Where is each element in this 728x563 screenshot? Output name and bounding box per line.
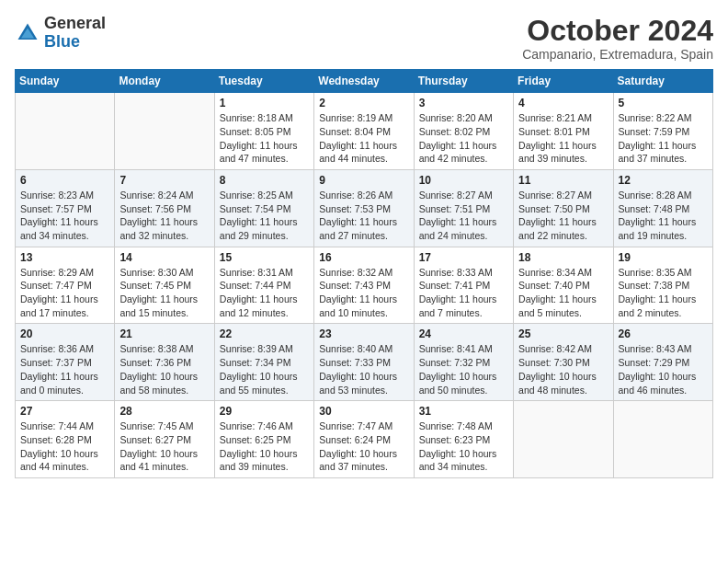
weekday-header: Wednesday xyxy=(314,70,414,93)
day-info: Sunrise: 8:33 AM Sunset: 7:41 PM Dayligh… xyxy=(419,266,508,320)
day-number: 3 xyxy=(419,97,508,109)
day-number: 11 xyxy=(518,174,608,187)
calendar-cell: 20Sunrise: 8:36 AM Sunset: 7:37 PM Dayli… xyxy=(16,324,115,401)
day-number: 7 xyxy=(119,174,209,187)
calendar-subtitle: Campanario, Extremadura, Spain xyxy=(522,47,713,62)
day-info: Sunrise: 8:19 AM Sunset: 8:04 PM Dayligh… xyxy=(319,111,408,166)
day-info: Sunrise: 8:32 AM Sunset: 7:43 PM Dayligh… xyxy=(319,266,408,320)
day-number: 23 xyxy=(319,327,408,340)
calendar-cell: 9Sunrise: 8:26 AM Sunset: 7:53 PM Daylig… xyxy=(314,169,414,247)
day-info: Sunrise: 7:45 AM Sunset: 6:27 PM Dayligh… xyxy=(119,419,209,474)
day-number: 2 xyxy=(319,97,408,109)
calendar-cell xyxy=(16,93,115,170)
day-info: Sunrise: 8:30 AM Sunset: 7:45 PM Dayligh… xyxy=(119,266,209,320)
day-number: 14 xyxy=(119,251,209,264)
day-info: Sunrise: 8:36 AM Sunset: 7:37 PM Dayligh… xyxy=(20,342,109,396)
day-number: 13 xyxy=(20,251,109,264)
calendar-cell: 7Sunrise: 8:24 AM Sunset: 7:56 PM Daylig… xyxy=(115,169,214,247)
day-number: 4 xyxy=(518,97,608,109)
calendar-cell: 10Sunrise: 8:27 AM Sunset: 7:51 PM Dayli… xyxy=(414,169,513,247)
calendar-table: SundayMondayTuesdayWednesdayThursdayFrid… xyxy=(15,69,713,478)
calendar-week-row: 1Sunrise: 8:18 AM Sunset: 8:05 PM Daylig… xyxy=(16,93,713,170)
calendar-week-row: 20Sunrise: 8:36 AM Sunset: 7:37 PM Dayli… xyxy=(16,324,713,401)
day-number: 22 xyxy=(220,327,309,340)
weekday-header: Thursday xyxy=(414,70,513,93)
logo: General Blue xyxy=(15,15,106,52)
day-number: 20 xyxy=(20,327,109,340)
day-info: Sunrise: 8:35 AM Sunset: 7:38 PM Dayligh… xyxy=(619,266,708,320)
day-info: Sunrise: 8:31 AM Sunset: 7:44 PM Dayligh… xyxy=(220,266,309,320)
day-number: 30 xyxy=(319,405,408,418)
logo-text: General Blue xyxy=(44,15,106,52)
calendar-cell: 25Sunrise: 8:42 AM Sunset: 7:30 PM Dayli… xyxy=(514,324,613,401)
calendar-cell: 15Sunrise: 8:31 AM Sunset: 7:44 PM Dayli… xyxy=(214,247,313,324)
calendar-cell: 19Sunrise: 8:35 AM Sunset: 7:38 PM Dayli… xyxy=(613,247,712,324)
day-number: 6 xyxy=(20,174,109,187)
weekday-header: Saturday xyxy=(613,70,712,93)
weekday-header: Tuesday xyxy=(214,70,313,93)
day-number: 31 xyxy=(419,405,508,418)
day-number: 26 xyxy=(619,327,708,340)
day-info: Sunrise: 8:25 AM Sunset: 7:54 PM Dayligh… xyxy=(220,189,309,243)
calendar-cell: 1Sunrise: 8:18 AM Sunset: 8:05 PM Daylig… xyxy=(214,93,313,170)
calendar-cell: 6Sunrise: 8:23 AM Sunset: 7:57 PM Daylig… xyxy=(16,169,115,247)
calendar-title: October 2024 xyxy=(522,15,713,47)
day-number: 29 xyxy=(220,405,309,418)
day-number: 24 xyxy=(419,327,508,340)
day-info: Sunrise: 7:46 AM Sunset: 6:25 PM Dayligh… xyxy=(220,419,309,474)
calendar-week-row: 13Sunrise: 8:29 AM Sunset: 7:47 PM Dayli… xyxy=(16,247,713,324)
day-number: 16 xyxy=(319,251,408,264)
calendar-cell xyxy=(613,401,712,478)
calendar-cell: 26Sunrise: 8:43 AM Sunset: 7:29 PM Dayli… xyxy=(613,324,712,401)
day-info: Sunrise: 8:38 AM Sunset: 7:36 PM Dayligh… xyxy=(119,342,209,396)
day-info: Sunrise: 7:44 AM Sunset: 6:28 PM Dayligh… xyxy=(20,419,109,474)
calendar-week-row: 6Sunrise: 8:23 AM Sunset: 7:57 PM Daylig… xyxy=(16,169,713,247)
day-info: Sunrise: 8:21 AM Sunset: 8:01 PM Dayligh… xyxy=(518,111,608,166)
calendar-cell: 29Sunrise: 7:46 AM Sunset: 6:25 PM Dayli… xyxy=(214,401,313,478)
day-number: 12 xyxy=(619,174,708,187)
weekday-header: Monday xyxy=(115,70,214,93)
day-info: Sunrise: 8:27 AM Sunset: 7:50 PM Dayligh… xyxy=(518,189,608,243)
calendar-cell: 5Sunrise: 8:22 AM Sunset: 7:59 PM Daylig… xyxy=(613,93,712,170)
day-info: Sunrise: 8:34 AM Sunset: 7:40 PM Dayligh… xyxy=(518,266,608,320)
day-info: Sunrise: 8:42 AM Sunset: 7:30 PM Dayligh… xyxy=(518,342,608,396)
day-number: 1 xyxy=(220,97,309,109)
day-number: 8 xyxy=(220,174,309,187)
calendar-cell: 30Sunrise: 7:47 AM Sunset: 6:24 PM Dayli… xyxy=(314,401,414,478)
day-info: Sunrise: 8:39 AM Sunset: 7:34 PM Dayligh… xyxy=(220,342,309,396)
day-info: Sunrise: 8:22 AM Sunset: 7:59 PM Dayligh… xyxy=(619,111,708,166)
calendar-cell: 14Sunrise: 8:30 AM Sunset: 7:45 PM Dayli… xyxy=(115,247,214,324)
day-info: Sunrise: 7:48 AM Sunset: 6:23 PM Dayligh… xyxy=(419,419,508,474)
calendar-cell: 4Sunrise: 8:21 AM Sunset: 8:01 PM Daylig… xyxy=(514,93,613,170)
day-number: 17 xyxy=(419,251,508,264)
calendar-cell: 12Sunrise: 8:28 AM Sunset: 7:48 PM Dayli… xyxy=(613,169,712,247)
calendar-cell: 27Sunrise: 7:44 AM Sunset: 6:28 PM Dayli… xyxy=(16,401,115,478)
calendar-cell: 21Sunrise: 8:38 AM Sunset: 7:36 PM Dayli… xyxy=(115,324,214,401)
calendar-cell: 16Sunrise: 8:32 AM Sunset: 7:43 PM Dayli… xyxy=(314,247,414,324)
day-info: Sunrise: 8:20 AM Sunset: 8:02 PM Dayligh… xyxy=(419,111,508,166)
day-info: Sunrise: 7:47 AM Sunset: 6:24 PM Dayligh… xyxy=(319,419,408,474)
day-info: Sunrise: 8:24 AM Sunset: 7:56 PM Dayligh… xyxy=(119,189,209,243)
page-header: General Blue October 2024 Campanario, Ex… xyxy=(15,15,713,62)
day-info: Sunrise: 8:29 AM Sunset: 7:47 PM Dayligh… xyxy=(20,266,109,320)
day-info: Sunrise: 8:28 AM Sunset: 7:48 PM Dayligh… xyxy=(619,189,708,243)
calendar-cell: 13Sunrise: 8:29 AM Sunset: 7:47 PM Dayli… xyxy=(16,247,115,324)
calendar-cell: 28Sunrise: 7:45 AM Sunset: 6:27 PM Dayli… xyxy=(115,401,214,478)
calendar-cell xyxy=(115,93,214,170)
day-info: Sunrise: 8:41 AM Sunset: 7:32 PM Dayligh… xyxy=(419,342,508,396)
logo-icon xyxy=(15,20,40,46)
day-number: 15 xyxy=(220,251,309,264)
day-info: Sunrise: 8:27 AM Sunset: 7:51 PM Dayligh… xyxy=(419,189,508,243)
day-info: Sunrise: 8:43 AM Sunset: 7:29 PM Dayligh… xyxy=(619,342,708,396)
day-number: 21 xyxy=(119,327,209,340)
calendar-cell: 23Sunrise: 8:40 AM Sunset: 7:33 PM Dayli… xyxy=(314,324,414,401)
weekday-header: Friday xyxy=(514,70,613,93)
weekday-header-row: SundayMondayTuesdayWednesdayThursdayFrid… xyxy=(16,70,713,93)
day-info: Sunrise: 8:18 AM Sunset: 8:05 PM Dayligh… xyxy=(220,111,309,166)
day-number: 27 xyxy=(20,405,109,418)
calendar-cell: 11Sunrise: 8:27 AM Sunset: 7:50 PM Dayli… xyxy=(514,169,613,247)
day-info: Sunrise: 8:26 AM Sunset: 7:53 PM Dayligh… xyxy=(319,189,408,243)
calendar-cell: 31Sunrise: 7:48 AM Sunset: 6:23 PM Dayli… xyxy=(414,401,513,478)
day-number: 25 xyxy=(518,327,608,340)
calendar-cell: 2Sunrise: 8:19 AM Sunset: 8:04 PM Daylig… xyxy=(314,93,414,170)
